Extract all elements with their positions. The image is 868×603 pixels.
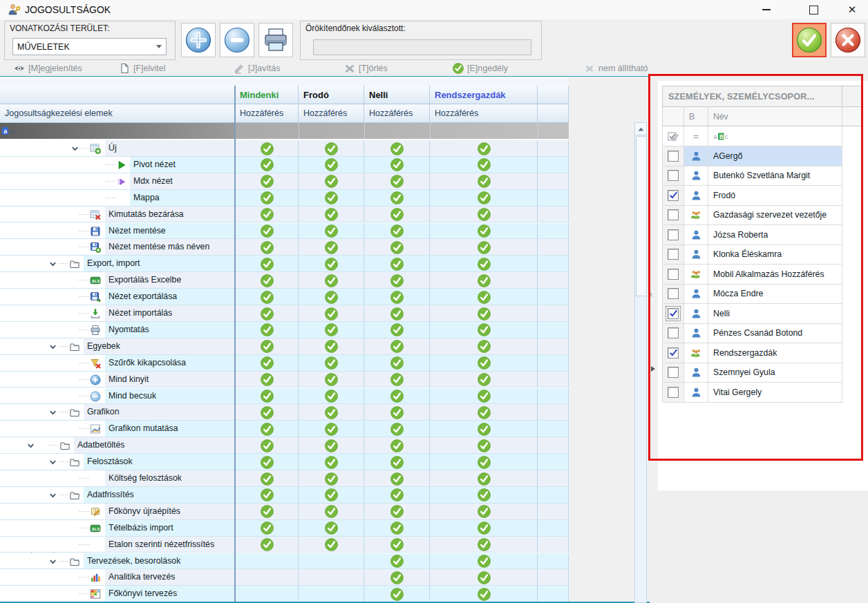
grid-cell[interactable]	[538, 537, 569, 553]
person-name[interactable]: Nelli	[708, 304, 842, 324]
permission-check-icon[interactable]	[325, 472, 338, 486]
grid-cell[interactable]	[538, 157, 569, 173]
tree-row[interactable]: Nézet mentése más néven	[0, 239, 569, 256]
print-button[interactable]	[258, 23, 293, 57]
tree-label[interactable]: Exportálás Excelbe	[108, 272, 181, 288]
grid-cell[interactable]	[538, 437, 569, 453]
person-name[interactable]: Mobil Alkalmazás Hozzáférés	[708, 265, 842, 285]
grid-cell[interactable]	[538, 239, 569, 255]
panel-filter-eq-cell[interactable]: =	[684, 126, 708, 146]
tree-label[interactable]: Analitika tervezés	[108, 569, 175, 585]
access-column-header[interactable]: Hozzáférés	[364, 104, 430, 123]
person-row[interactable]: Nelli	[658, 304, 862, 324]
tree-label[interactable]: Mind becsuk	[108, 388, 156, 404]
person-name[interactable]: Butenkó Szvetlána Margit	[708, 166, 842, 186]
permission-check-icon[interactable]	[478, 142, 491, 155]
permission-check-icon[interactable]	[478, 241, 491, 254]
person-name[interactable]: Vitai Gergely	[708, 383, 842, 403]
grid-cell[interactable]	[538, 569, 569, 585]
grid-filter-row[interactable]: abc	[0, 123, 569, 139]
grid-cell[interactable]	[538, 586, 569, 602]
permission-check-icon[interactable]	[390, 521, 404, 535]
person-checkbox[interactable]	[668, 190, 679, 201]
tree-label[interactable]: Költség felosztások	[108, 470, 182, 486]
permission-check-icon[interactable]	[261, 175, 274, 188]
person-checkbox-cell[interactable]	[662, 304, 684, 324]
person-checkbox[interactable]	[668, 209, 679, 220]
permission-check-icon[interactable]	[261, 472, 274, 486]
permission-check-icon[interactable]	[478, 291, 491, 304]
panel-filter-abc-cell[interactable]: aBc	[708, 126, 842, 146]
grid-cell[interactable]	[538, 470, 569, 486]
permission-check-icon[interactable]	[261, 208, 274, 221]
person-checkbox[interactable]	[668, 269, 679, 280]
permission-check-icon[interactable]	[261, 488, 274, 501]
grid-cell[interactable]	[299, 553, 364, 569]
permission-check-icon[interactable]	[478, 456, 491, 469]
permission-check-icon[interactable]	[390, 224, 404, 238]
person-checkbox[interactable]	[668, 249, 679, 260]
permission-check-icon[interactable]	[390, 439, 404, 452]
grid-cell[interactable]	[538, 372, 569, 387]
tree-label[interactable]: Nézet exportálása	[108, 289, 177, 305]
permission-check-icon[interactable]	[390, 241, 404, 254]
tree-row[interactable]: Mind becsuk	[0, 388, 569, 405]
person-checkbox-cell[interactable]	[662, 206, 684, 226]
chevron-down-icon[interactable]	[156, 45, 162, 48]
permission-check-icon[interactable]	[478, 307, 491, 320]
tree-label[interactable]: Adatbetöltés	[77, 437, 124, 453]
permission-check-icon[interactable]	[325, 158, 338, 171]
permission-check-icon[interactable]	[478, 274, 491, 287]
permission-check-icon[interactable]	[478, 439, 491, 452]
permission-check-icon[interactable]	[478, 571, 491, 584]
grid-cell[interactable]	[538, 421, 569, 437]
person-name[interactable]: Mócza Endre	[708, 285, 842, 305]
permission-check-icon[interactable]	[325, 538, 338, 551]
permission-check-icon[interactable]	[325, 488, 338, 501]
permission-check-icon[interactable]	[478, 472, 491, 486]
tree-label[interactable]: Nyomtatás	[108, 322, 149, 338]
person-checkbox-cell[interactable]	[662, 146, 684, 166]
tree-row[interactable]: Mappa	[0, 190, 569, 207]
expand-arrow-icon[interactable]	[49, 343, 57, 351]
permission-check-icon[interactable]	[261, 274, 274, 287]
person-checkbox-cell[interactable]	[662, 245, 684, 265]
person-row[interactable]: Mobil Alkalmazás Hozzáférés	[658, 265, 862, 285]
add-button[interactable]	[181, 23, 216, 57]
grid-vertical-scrollbar[interactable]	[634, 122, 647, 603]
permission-check-icon[interactable]	[261, 158, 274, 171]
person-name[interactable]: AGergő	[708, 146, 842, 166]
permission-check-icon[interactable]	[390, 472, 404, 486]
panel-b-column-header[interactable]: B	[684, 107, 708, 126]
permission-check-icon[interactable]	[325, 208, 338, 221]
tree-row[interactable]: Adatfrissítés	[0, 487, 569, 504]
column-group-header[interactable]: Frodó	[299, 86, 364, 104]
tree-row[interactable]: Egyebek	[0, 338, 569, 355]
tree-row[interactable]: Nézet exportálása	[0, 289, 569, 305]
person-checkbox-cell[interactable]	[662, 225, 684, 245]
person-checkbox[interactable]	[668, 170, 679, 181]
permission-check-icon[interactable]	[390, 588, 404, 601]
grid-cell[interactable]	[538, 256, 569, 271]
person-row[interactable]: Vitai Gergely	[658, 383, 862, 403]
minimize-button[interactable]	[757, 1, 775, 18]
permission-check-icon[interactable]	[390, 258, 404, 271]
permission-check-icon[interactable]	[390, 423, 404, 436]
permission-check-icon[interactable]	[261, 258, 274, 271]
remove-button[interactable]	[220, 23, 254, 57]
person-name[interactable]: Józsa Roberta	[708, 225, 842, 245]
tree-row[interactable]: XLSTételbázis import	[0, 520, 569, 537]
person-row[interactable]: Mócza Endre	[658, 285, 862, 305]
permission-check-icon[interactable]	[325, 373, 338, 386]
permission-check-icon[interactable]	[325, 521, 338, 535]
tree-row[interactable]: Felosztások	[0, 454, 569, 470]
permission-check-icon[interactable]	[478, 488, 491, 501]
grid-cell[interactable]	[538, 553, 569, 569]
tree-row[interactable]: Tervezések, besorolások	[0, 553, 569, 570]
tree-label[interactable]: Tervezések, besorolások	[87, 553, 180, 569]
tree-row[interactable]: Export, import	[0, 256, 569, 272]
permission-check-icon[interactable]	[261, 439, 274, 452]
grid-cell[interactable]	[538, 305, 569, 321]
tree-row[interactable]: Analitika tervezés	[0, 569, 569, 586]
permission-check-icon[interactable]	[390, 274, 404, 287]
